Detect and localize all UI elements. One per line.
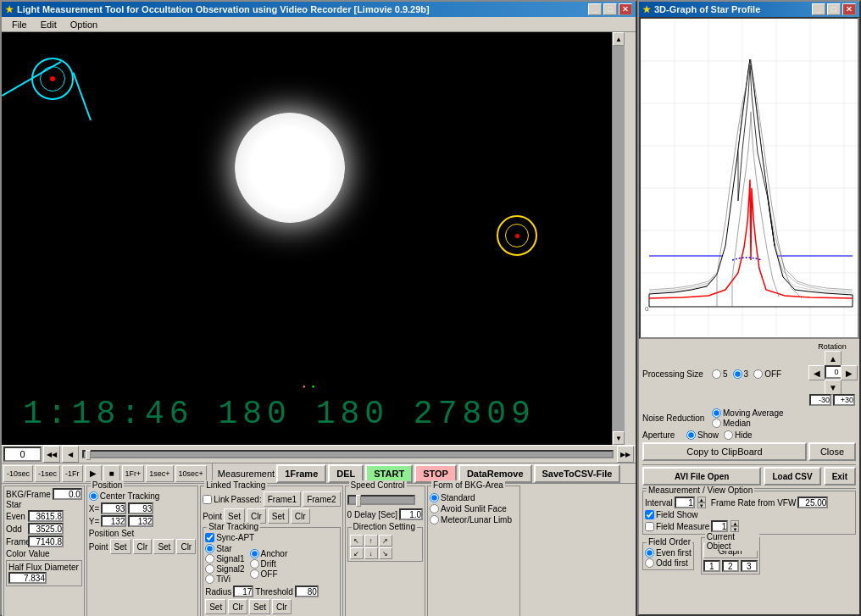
- plus10sec-btn[interactable]: 10sec+: [175, 465, 207, 482]
- close-btn[interactable]: ✕: [619, 3, 632, 15]
- dir-btn-1[interactable]: ↖: [350, 535, 364, 547]
- set-btn-1[interactable]: Set: [110, 539, 131, 554]
- field-up-spin[interactable]: ▲: [730, 520, 739, 526]
- play-btn[interactable]: ▶: [85, 465, 102, 482]
- dir-btn-3[interactable]: ↗: [379, 535, 392, 547]
- dir-btn-4[interactable]: ↙: [350, 547, 364, 559]
- moving-avg-radio[interactable]: [712, 408, 721, 418]
- odd-first-radio[interactable]: [645, 558, 654, 568]
- minus1sec-btn[interactable]: -1sec: [35, 465, 60, 482]
- menu-file[interactable]: File: [5, 18, 34, 31]
- x-input-1[interactable]: [101, 502, 126, 514]
- rot-right-btn[interactable]: ▶: [841, 365, 858, 380]
- first-frame-btn[interactable]: ◀◀: [43, 446, 60, 463]
- clr-st-1[interactable]: Clr: [228, 599, 247, 614]
- current-frame-input[interactable]: 0: [3, 447, 42, 462]
- copy-clipboard-btn[interactable]: Copy to ClipBoard: [642, 442, 807, 461]
- 1frame-btn[interactable]: 1Frame: [276, 464, 326, 483]
- last-frame-btn[interactable]: ▶▶: [617, 446, 634, 463]
- meteor-radio[interactable]: [430, 515, 439, 524]
- interval-up-spin[interactable]: ▲: [697, 497, 706, 502]
- even-first-radio[interactable]: [645, 548, 654, 558]
- threshold-st-input[interactable]: [295, 585, 319, 597]
- size3-radio[interactable]: [733, 369, 742, 379]
- signal1-radio[interactable]: [205, 554, 214, 563]
- signal2-radio[interactable]: [205, 564, 214, 574]
- size5-radio[interactable]: [712, 369, 721, 379]
- close-graph-btn[interactable]: Close: [808, 442, 856, 461]
- scroll-up-btn[interactable]: ▲: [613, 32, 625, 46]
- load-csv-btn[interactable]: Load CSV: [764, 467, 820, 486]
- delay-input[interactable]: [399, 508, 423, 520]
- off-radio[interactable]: [250, 569, 259, 579]
- interval-input[interactable]: [675, 497, 695, 508]
- obj-val-1[interactable]: [703, 560, 720, 572]
- x-input-2[interactable]: [128, 502, 153, 514]
- stop-playback-btn[interactable]: ■: [103, 465, 120, 482]
- speed-slider-track[interactable]: [347, 495, 415, 505]
- minus1fr-btn[interactable]: -1Fr: [62, 465, 83, 482]
- dir-btn-6[interactable]: ↘: [379, 547, 392, 559]
- bkg-frame-input[interactable]: [53, 488, 82, 500]
- star-radio[interactable]: [205, 544, 214, 553]
- apt-hide-radio[interactable]: [724, 430, 733, 440]
- prev-btn[interactable]: ◀: [62, 446, 79, 463]
- set-st-1[interactable]: Set: [205, 599, 226, 614]
- exit-btn[interactable]: Exit: [824, 467, 856, 486]
- avoid-sunlit-radio[interactable]: [430, 504, 439, 513]
- maximize-btn[interactable]: □: [603, 3, 617, 15]
- link-check[interactable]: [203, 495, 212, 504]
- field-measure-check[interactable]: [645, 522, 654, 531]
- menu-edit[interactable]: Edit: [34, 18, 64, 31]
- menu-option[interactable]: Option: [64, 18, 104, 31]
- clr-btn-1[interactable]: Clr: [133, 539, 153, 554]
- rot-down-btn[interactable]: ▼: [825, 380, 842, 395]
- video-scrollbar[interactable]: ▲ ▼: [612, 32, 625, 445]
- clr-linked-btn2[interactable]: Clr: [291, 508, 310, 524]
- interval-down-spin[interactable]: ▼: [697, 502, 706, 508]
- minus30-input[interactable]: [809, 394, 831, 406]
- frame-rate-input[interactable]: [797, 497, 828, 508]
- drift-radio[interactable]: [250, 559, 259, 569]
- graph-maximize-btn[interactable]: □: [827, 3, 841, 15]
- obj-val-2[interactable]: [722, 560, 739, 572]
- minimize-btn[interactable]: _: [588, 3, 602, 15]
- field-measure-val[interactable]: [711, 520, 728, 532]
- graph-close-btn[interactable]: ✕: [842, 3, 856, 15]
- dir-btn-5[interactable]: ↓: [364, 547, 378, 559]
- plus1sec-btn[interactable]: 1sec+: [146, 465, 173, 482]
- plus1fr-btn[interactable]: 1Fr+: [122, 465, 145, 482]
- standard-radio[interactable]: [430, 493, 439, 502]
- center-tracking-check[interactable]: [89, 491, 98, 501]
- frame-slider[interactable]: [82, 450, 614, 458]
- off-radio-ps[interactable]: [753, 369, 763, 379]
- obj-val-3[interactable]: [741, 560, 758, 572]
- clr-btn-2[interactable]: Clr: [176, 539, 196, 554]
- anchor-radio[interactable]: [250, 549, 259, 558]
- avi-file-open-btn[interactable]: AVI File Open: [642, 467, 761, 486]
- set-linked-btn2[interactable]: Set: [268, 508, 289, 524]
- tivi-radio[interactable]: [205, 574, 214, 584]
- y-input-2[interactable]: [128, 515, 153, 527]
- graph-minimize-btn[interactable]: _: [812, 3, 825, 15]
- scroll-down-btn[interactable]: ▼: [613, 431, 625, 445]
- radius-st-input[interactable]: [233, 585, 253, 597]
- plus30-input[interactable]: [833, 394, 855, 406]
- apt-show-radio[interactable]: [686, 430, 696, 440]
- set-st-2[interactable]: Set: [249, 599, 270, 614]
- field-down-spin[interactable]: ▼: [730, 526, 739, 532]
- set-btn-2[interactable]: Set: [153, 539, 175, 554]
- median-radio[interactable]: [712, 419, 721, 428]
- field-show-check[interactable]: [645, 510, 654, 519]
- y-input-1[interactable]: [101, 515, 126, 527]
- frame1-linked-btn[interactable]: Frame1: [264, 491, 301, 507]
- rot-empty-2: [841, 351, 856, 364]
- frame2-linked-btn[interactable]: Frame2: [303, 491, 340, 507]
- sync-apt-check[interactable]: [205, 533, 214, 542]
- rot-left-btn[interactable]: ◀: [808, 365, 825, 380]
- clr-st-2[interactable]: Clr: [272, 599, 292, 614]
- dir-btn-2[interactable]: ↑: [364, 535, 378, 547]
- save-csv-btn[interactable]: SaveToCSV-File: [534, 464, 621, 483]
- minus10sec-btn[interactable]: -10sec: [3, 465, 33, 482]
- rot-up-btn[interactable]: ▲: [825, 351, 842, 366]
